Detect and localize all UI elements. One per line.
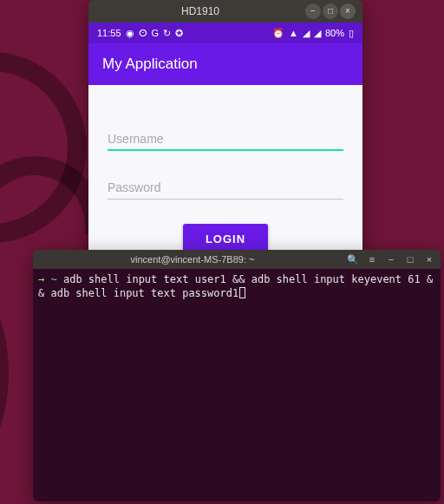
prompt-arrow-icon: → (38, 273, 44, 285)
emulator-title: HD1910 (95, 5, 305, 17)
alarm-icon: ⏰ (272, 28, 284, 39)
status-time: 11:55 (97, 28, 121, 38)
signal-icon-2: ◢ (314, 28, 321, 39)
messenger-icon: ◉ (126, 28, 134, 39)
terminal-body[interactable]: → ~ adb shell input text user1 && adb sh… (33, 269, 441, 501)
terminal-titlebar[interactable]: vincent@vincent-MS-7B89: ~ 🔍 ≡ − □ × (33, 250, 441, 269)
emulator-titlebar[interactable]: HD1910 − □ × (88, 0, 362, 23)
username-input[interactable] (108, 127, 343, 151)
opera-icon: ⵙ (139, 28, 147, 39)
password-field[interactable]: Password (108, 175, 343, 200)
alt-icon: ✪ (175, 28, 183, 39)
password-input[interactable] (108, 175, 343, 200)
prompt-cwd: ~ (50, 273, 56, 285)
field-underline (108, 199, 343, 200)
field-underline (108, 149, 343, 151)
minimize-button[interactable]: − (385, 253, 397, 265)
wallpaper-shape (0, 286, 9, 460)
battery-percent: 80% (325, 28, 344, 38)
terminal-title: vincent@vincent-MS-7B89: ~ (38, 254, 347, 265)
terminal-cursor (239, 287, 245, 298)
maximize-button[interactable]: □ (323, 3, 338, 19)
app-title: My Application (102, 56, 198, 73)
minimize-button[interactable]: − (305, 3, 321, 19)
login-form: Username Password LOGIN (88, 85, 362, 277)
username-field[interactable]: Username (108, 127, 343, 151)
close-button[interactable]: × (340, 3, 356, 19)
menu-icon[interactable]: ≡ (366, 253, 378, 265)
battery-icon: ▯ (349, 28, 354, 39)
close-button[interactable]: × (423, 253, 435, 265)
emulator-window: HD1910 − □ × 11:55 ◉ ⵙ G ↻ ✪ ⏰ ▲ ◢ ◢ 80%… (88, 0, 362, 277)
android-status-bar: 11:55 ◉ ⵙ G ↻ ✪ ⏰ ▲ ◢ ◢ 80% ▯ (88, 23, 362, 43)
emulator-screen: 11:55 ◉ ⵙ G ↻ ✪ ⏰ ▲ ◢ ◢ 80% ▯ My Applica… (88, 23, 362, 277)
wifi-icon: ▲ (289, 28, 298, 38)
window-controls: − □ × (305, 3, 356, 19)
signal-icon: ◢ (303, 28, 310, 39)
sync-icon: ↻ (163, 28, 171, 39)
g-icon: G (152, 28, 160, 38)
search-icon[interactable]: 🔍 (347, 253, 359, 265)
terminal-command: adb shell input text user1 && adb shell … (38, 273, 433, 299)
maximize-button[interactable]: □ (404, 253, 416, 265)
app-bar: My Application (88, 43, 362, 85)
terminal-window: vincent@vincent-MS-7B89: ~ 🔍 ≡ − □ × → ~… (33, 250, 441, 501)
